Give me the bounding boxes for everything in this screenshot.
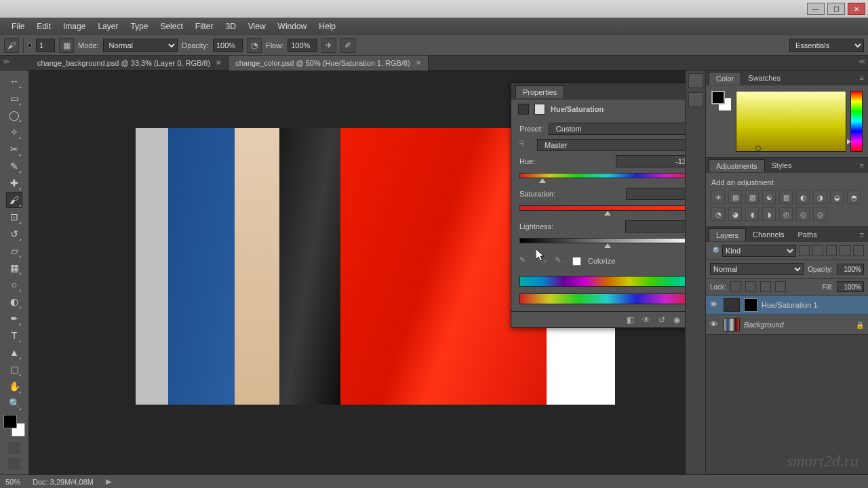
tool-path-select[interactable]: ▲ (6, 344, 22, 361)
adjustment-preset-11[interactable]: ◖ (745, 207, 759, 221)
channels-tab[interactable]: Channels (746, 228, 791, 241)
opacity-pressure-button[interactable]: ◔ (247, 38, 262, 53)
tab-close-icon[interactable]: ✕ (416, 59, 421, 66)
adjustment-preset-7[interactable]: ◒ (830, 190, 844, 204)
tool-clone[interactable]: ⊡ (6, 209, 22, 225)
filter-type-icon[interactable] (826, 245, 837, 256)
menu-view[interactable]: View (242, 20, 272, 33)
color-tab[interactable]: Color (709, 72, 741, 85)
menu-select[interactable]: Select (154, 20, 189, 33)
preset-select[interactable]: Custom (549, 123, 685, 135)
document-tab-1[interactable]: change_color.psd @ 50% (Hue/Saturation 1… (229, 56, 429, 70)
saturation-value-input[interactable] (626, 188, 685, 200)
adjustment-preset-12[interactable]: ◗ (762, 207, 776, 221)
tool-dodge[interactable]: ◐ (6, 293, 22, 310)
menu-edit[interactable]: Edit (31, 20, 57, 33)
brush-panel-toggle[interactable]: ▦ (59, 38, 74, 53)
close-button[interactable]: ✕ (848, 3, 865, 15)
channel-select[interactable]: Master (537, 139, 685, 151)
layer-opacity-input[interactable] (837, 264, 864, 274)
fgbg-swatches[interactable] (3, 415, 25, 436)
layer-thumb-icon[interactable] (724, 318, 740, 331)
adjustment-preset-10[interactable]: ◕ (728, 207, 742, 221)
adjustment-preset-3[interactable]: ☯ (762, 190, 776, 204)
tool-zoom[interactable]: 🔍 (6, 395, 22, 411)
visibility-icon[interactable]: 👁 (710, 300, 719, 310)
fgbg-swatch[interactable] (711, 91, 732, 111)
adjustment-preset-15[interactable]: ◶ (813, 207, 827, 221)
brush-size-input[interactable] (36, 39, 55, 52)
zoom-readout[interactable]: 50% (5, 478, 20, 486)
properties-tab[interactable]: Properties (515, 85, 564, 98)
layers-menu-icon[interactable]: ≡ (856, 230, 868, 239)
adjustment-preset-9[interactable]: ◔ (711, 207, 725, 221)
filter-shape-icon[interactable] (840, 245, 850, 256)
quickmask-button[interactable] (7, 441, 21, 455)
brush-preview-icon[interactable] (28, 43, 32, 47)
tab-close-icon[interactable]: ✕ (216, 59, 221, 66)
filter-kind-select[interactable]: Kind (722, 245, 796, 257)
filter-pixel-icon[interactable] (799, 245, 810, 256)
adjustments-menu-icon[interactable]: ≡ (856, 161, 868, 169)
layer-blend-select[interactable]: Normal (710, 263, 804, 275)
eyedropper-subtract-icon[interactable]: ✎₋ (555, 256, 566, 266)
layer-thumb-icon[interactable] (724, 298, 740, 312)
layer-name[interactable]: Background (744, 321, 852, 329)
menu-layer[interactable]: Layer (92, 20, 124, 33)
tool-marquee[interactable]: ▭ (6, 90, 22, 106)
workspace-select[interactable]: Essentials (789, 39, 864, 52)
maximize-button[interactable]: ☐ (827, 3, 845, 15)
finger-scrub-icon[interactable]: ☟ (519, 139, 532, 151)
filter-smart-icon[interactable] (853, 245, 864, 256)
tool-eyedropper[interactable]: ✎ (6, 158, 22, 174)
screenmode-button[interactable] (7, 457, 21, 470)
tool-eraser[interactable]: ▱ (6, 243, 22, 259)
fill-input[interactable] (837, 281, 864, 292)
swatches-tab[interactable]: Swatches (741, 72, 787, 84)
menu-image[interactable]: Image (57, 20, 92, 33)
layers-tab[interactable]: Layers (709, 228, 746, 241)
tool-crop[interactable]: ✂ (6, 141, 22, 157)
styles-tab[interactable]: Styles (765, 159, 799, 171)
tool-healing[interactable]: ✚ (6, 175, 22, 191)
lock-all-icon[interactable] (775, 281, 786, 292)
adjustment-preset-0[interactable]: ☀ (711, 190, 725, 204)
view-previous-icon[interactable]: 👁 (642, 315, 650, 325)
menu-filter[interactable]: Filter (189, 20, 220, 33)
adjustment-preset-5[interactable]: ◐ (796, 190, 810, 204)
adjustments-tab[interactable]: Adjustments (709, 159, 765, 172)
dock-info-icon[interactable] (688, 92, 703, 107)
layer-mask-icon[interactable] (744, 298, 757, 312)
menu-window[interactable]: Window (272, 20, 313, 33)
clip-to-layer-icon[interactable]: ◧ (627, 315, 634, 325)
blend-mode-select[interactable]: Normal (103, 39, 178, 52)
lightness-value-input[interactable] (625, 220, 685, 232)
tool-rectangle[interactable]: ▢ (6, 361, 22, 378)
layer-name[interactable]: Hue/Saturation 1 (762, 301, 864, 309)
adjustment-preset-6[interactable]: ◑ (813, 190, 827, 204)
tool-hand[interactable]: ✋ (6, 378, 22, 394)
opacity-input[interactable] (213, 39, 243, 52)
tool-pen[interactable]: ✒ (6, 310, 22, 327)
document-tab-0[interactable]: change_background.psd @ 33,3% (Layer 0, … (31, 56, 229, 70)
menu-type[interactable]: Type (124, 20, 154, 33)
status-flyout-icon[interactable]: ▶ (106, 477, 111, 486)
properties-panel[interactable]: Properties ▸▸ ≡ Hue/Saturation Preset: C… (511, 83, 685, 328)
adjustment-preset-14[interactable]: ◵ (796, 207, 810, 221)
lock-pixels-icon[interactable] (745, 281, 756, 292)
dock-history-icon[interactable] (688, 73, 703, 88)
menu-help[interactable]: Help (313, 20, 342, 33)
search-icon[interactable]: 🔎 (710, 247, 719, 256)
tool-type[interactable]: T (6, 327, 22, 344)
lock-position-icon[interactable] (760, 281, 771, 292)
airbrush-button[interactable]: ✈ (321, 38, 336, 53)
adjustment-preset-13[interactable]: ◴ (779, 207, 793, 221)
menu-3d[interactable]: 3D (219, 20, 241, 33)
adjustment-preset-8[interactable]: ◓ (847, 190, 861, 204)
colorize-checkbox[interactable] (572, 257, 581, 266)
eyedropper-icon[interactable]: ✎ (519, 256, 530, 266)
tool-blur[interactable]: ○ (6, 277, 22, 293)
flow-input[interactable] (288, 39, 317, 52)
lock-trans-icon[interactable] (730, 281, 741, 292)
size-pressure-button[interactable]: ✐ (340, 38, 355, 53)
